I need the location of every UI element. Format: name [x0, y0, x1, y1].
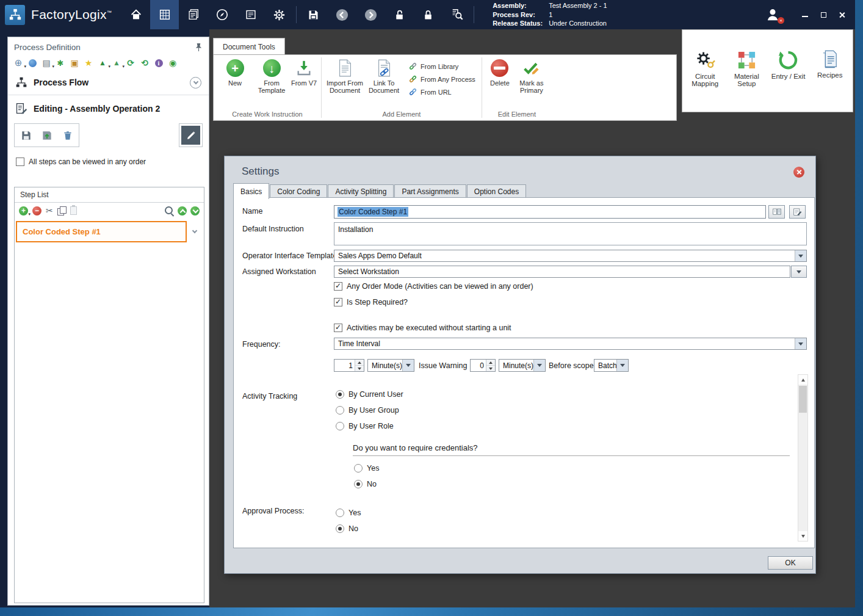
process-flow-row[interactable]: Process Flow — [8, 71, 209, 95]
new-dropdown-icon[interactable] — [13, 57, 24, 68]
import-tree-icon[interactable] — [111, 57, 122, 68]
build-icon[interactable] — [55, 57, 66, 68]
scroll-down-icon[interactable] — [798, 531, 807, 541]
from-url-button[interactable]: From URL — [408, 87, 475, 96]
edit-mode-icon[interactable] — [181, 126, 200, 145]
save-operation-icon[interactable] — [16, 126, 35, 145]
any-order-checkbox[interactable] — [16, 158, 24, 166]
radio-icon[interactable] — [354, 480, 363, 488]
radio-icon[interactable] — [336, 406, 344, 415]
save-icon[interactable] — [299, 0, 328, 29]
user-icon[interactable]: × — [765, 7, 781, 23]
step-expand-chevron-icon[interactable] — [187, 231, 203, 233]
unlock-icon[interactable] — [385, 0, 414, 29]
scroll-up-icon[interactable] — [798, 375, 807, 385]
any-order-checkbox-row[interactable]: All steps can be viewed in any order — [8, 152, 209, 172]
form-scrollbar[interactable] — [798, 374, 808, 542]
interval-stepper[interactable]: 1 — [334, 359, 364, 372]
documents-icon[interactable] — [236, 0, 265, 29]
tab-document-tools[interactable]: Document Tools — [213, 38, 285, 55]
web-icon[interactable] — [27, 57, 38, 68]
translations-button[interactable] — [768, 205, 785, 219]
radio-icon[interactable] — [336, 422, 344, 430]
info-icon[interactable] — [153, 57, 164, 68]
is-step-required-checkbox-row[interactable]: Is Step Required? — [334, 298, 408, 306]
add-step-icon[interactable]: + — [19, 206, 28, 216]
radio-icon[interactable] — [354, 464, 363, 473]
maximize-icon[interactable] — [817, 9, 829, 21]
name-input[interactable]: Color Coded Step #1 — [334, 205, 766, 219]
delete-operation-icon[interactable] — [58, 126, 77, 145]
radio-icon[interactable] — [336, 509, 344, 517]
step-item-selected[interactable]: Color Coded Step #1 — [16, 221, 187, 242]
zoom-in-icon[interactable] — [165, 206, 174, 216]
radio-credentials-no[interactable]: No — [354, 480, 377, 488]
radio-by-user-role[interactable]: By User Role — [336, 422, 394, 430]
is-step-required-checkbox[interactable] — [334, 298, 342, 306]
radio-by-user-group[interactable]: By User Group — [336, 406, 399, 415]
from-v7-button[interactable]: From V7 — [291, 59, 317, 87]
export-operation-icon[interactable] — [37, 126, 56, 145]
frequency-select[interactable]: Time Interval — [334, 338, 807, 350]
cut-icon[interactable]: ✂ — [46, 206, 53, 216]
warning-unit-select[interactable]: Minute(s) — [499, 359, 546, 372]
any-order-mode-checkbox[interactable] — [334, 282, 342, 291]
import-from-document-button[interactable]: Import From Document — [325, 59, 364, 94]
back-icon[interactable] — [328, 0, 356, 29]
material-setup-button[interactable]: Material Setup — [728, 50, 765, 87]
home-icon[interactable] — [121, 0, 150, 29]
close-icon[interactable] — [836, 9, 848, 21]
recipes-button[interactable]: Recipes — [811, 50, 849, 79]
link-to-document-button[interactable]: Link To Document — [366, 59, 402, 94]
data-collection-icon[interactable] — [179, 0, 208, 29]
activities-without-unit-checkbox[interactable] — [334, 324, 342, 332]
navigator-icon[interactable] — [208, 0, 236, 29]
from-template-button[interactable]: ↓ From Template — [254, 59, 289, 94]
pin-icon[interactable] — [195, 43, 203, 52]
radio-by-current-user[interactable]: By Current User — [336, 390, 403, 399]
forward-icon[interactable] — [356, 0, 385, 29]
entry-exit-button[interactable]: Entry / Exit — [770, 50, 807, 80]
warning-stepper[interactable]: 0 — [470, 359, 496, 372]
any-order-mode-checkbox-row[interactable]: Any Order Mode (Activities can be viewed… — [334, 282, 533, 291]
paste-icon[interactable] — [70, 206, 77, 215]
sync-icon[interactable] — [139, 57, 150, 68]
remove-step-icon[interactable]: − — [32, 206, 42, 216]
radio-approval-no[interactable]: No — [336, 524, 358, 533]
minimize-icon[interactable] — [799, 9, 811, 21]
scope-select[interactable]: Batch — [594, 359, 629, 372]
lock-icon[interactable] — [414, 0, 442, 29]
expand-all-icon[interactable] — [190, 206, 200, 216]
settings-gear-icon[interactable] — [265, 0, 294, 29]
ok-button[interactable]: OK — [768, 556, 813, 570]
export-tree-icon[interactable] — [97, 57, 108, 68]
radio-icon[interactable] — [336, 524, 344, 533]
record-icon[interactable] — [167, 57, 178, 68]
circuit-mapping-button[interactable]: Circuit Mapping — [686, 50, 724, 87]
from-any-process-button[interactable]: From Any Process — [408, 74, 475, 84]
favorites-icon[interactable] — [83, 57, 94, 68]
workstation-dropdown-button[interactable] — [791, 266, 807, 278]
refresh-icon[interactable] — [125, 57, 136, 68]
interval-unit-select[interactable]: Minute(s) — [367, 359, 414, 372]
process-definition-icon[interactable] — [150, 0, 179, 29]
delete-element-button[interactable]: Delete — [486, 59, 514, 87]
operator-interface-template-select[interactable]: Sales Apps Demo Default — [334, 250, 807, 262]
dialog-close-icon[interactable] — [793, 167, 804, 178]
default-instruction-textarea[interactable]: Installation — [334, 222, 807, 245]
radio-icon[interactable] — [336, 390, 344, 399]
collapse-section-icon[interactable] — [190, 77, 201, 89]
scrollbar-thumb[interactable] — [799, 386, 807, 413]
assigned-workstation-select[interactable]: Select Workstation — [334, 266, 790, 278]
radio-credentials-yes[interactable]: Yes — [354, 464, 379, 473]
rich-text-edit-button[interactable] — [789, 205, 806, 219]
activities-without-unit-checkbox-row[interactable]: Activities may be executed without start… — [334, 324, 511, 332]
mark-as-primary-button[interactable]: Mark as Primary — [515, 59, 548, 94]
package-icon[interactable] — [69, 57, 80, 68]
radio-approval-yes[interactable]: Yes — [336, 509, 361, 517]
print-icon[interactable] — [41, 57, 52, 68]
from-library-button[interactable]: From Library — [408, 62, 475, 71]
tab-basics[interactable]: Basics — [233, 183, 269, 199]
collapse-all-icon[interactable] — [178, 206, 187, 216]
audit-search-icon[interactable] — [442, 0, 471, 29]
